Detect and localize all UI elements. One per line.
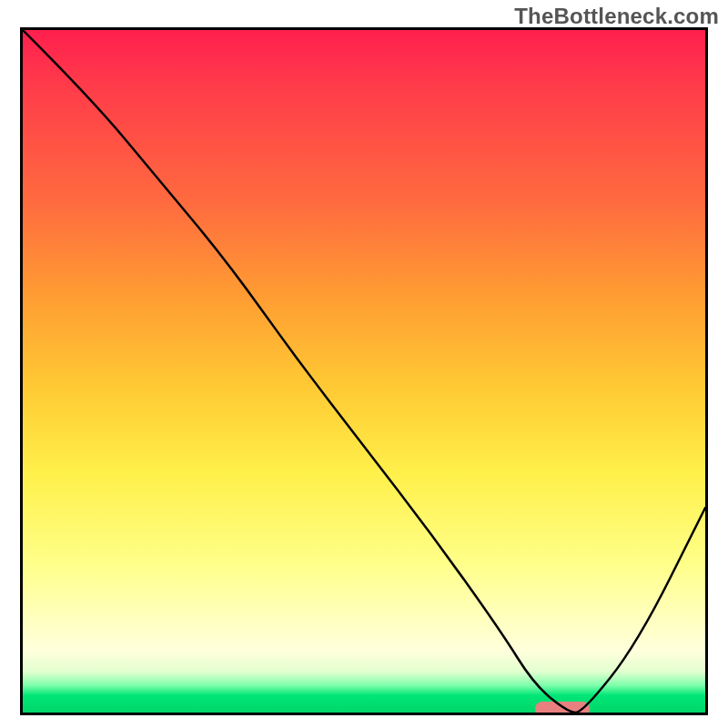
- chart-container: TheBottleneck.com: [0, 0, 728, 728]
- curve-path: [23, 30, 705, 713]
- watermark-text: TheBottleneck.com: [514, 4, 719, 29]
- plot-frame: [20, 27, 708, 715]
- curve-svg: [23, 30, 705, 713]
